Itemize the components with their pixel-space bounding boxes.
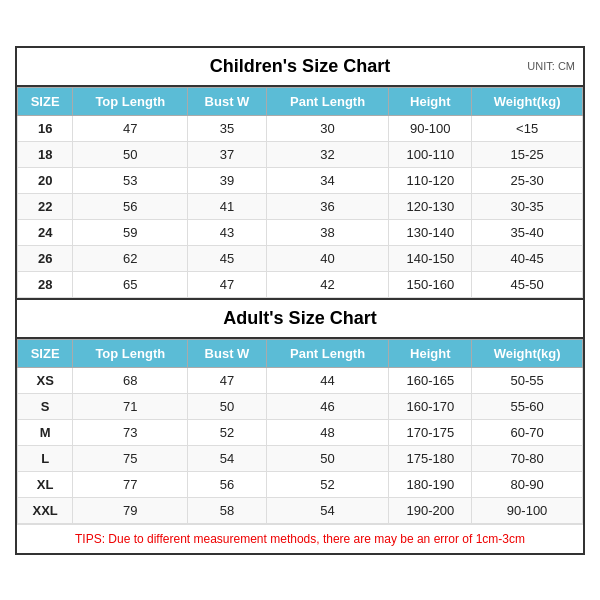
- table-cell: 140-150: [389, 245, 472, 271]
- table-cell: M: [18, 419, 73, 445]
- table-cell: 44: [266, 367, 389, 393]
- table-cell: 20: [18, 167, 73, 193]
- table-cell: 79: [73, 497, 188, 523]
- table-cell: 50: [266, 445, 389, 471]
- table-cell: 190-200: [389, 497, 472, 523]
- table-cell: 59: [73, 219, 188, 245]
- table-cell: 90-100: [389, 115, 472, 141]
- table-cell: 70-80: [472, 445, 583, 471]
- table-row: 28654742150-16045-50: [18, 271, 583, 297]
- table-cell: 52: [188, 419, 266, 445]
- table-cell: 65: [73, 271, 188, 297]
- table-cell: XL: [18, 471, 73, 497]
- table-cell: 120-130: [389, 193, 472, 219]
- table-cell: 71: [73, 393, 188, 419]
- table-cell: 48: [266, 419, 389, 445]
- children-header-row: SIZE Top Length Bust W Pant Length Heigh…: [18, 87, 583, 115]
- table-cell: 40: [266, 245, 389, 271]
- children-col-height: Height: [389, 87, 472, 115]
- table-cell: 62: [73, 245, 188, 271]
- table-row: 1647353090-100<15: [18, 115, 583, 141]
- table-cell: 35-40: [472, 219, 583, 245]
- table-cell: 73: [73, 419, 188, 445]
- table-cell: 47: [188, 367, 266, 393]
- table-cell: 58: [188, 497, 266, 523]
- adult-chart-title: Adult's Size Chart: [223, 308, 376, 328]
- children-section-title-row: Children's Size Chart UNIT: CM: [17, 48, 583, 87]
- table-cell: 24: [18, 219, 73, 245]
- table-cell: 46: [266, 393, 389, 419]
- table-cell: 26: [18, 245, 73, 271]
- adult-col-bust-w: Bust W: [188, 339, 266, 367]
- table-cell: 40-45: [472, 245, 583, 271]
- table-cell: 37: [188, 141, 266, 167]
- table-cell: 43: [188, 219, 266, 245]
- table-row: 22564136120-13030-35: [18, 193, 583, 219]
- table-cell: 34: [266, 167, 389, 193]
- table-row: S715046160-17055-60: [18, 393, 583, 419]
- table-cell: 35: [188, 115, 266, 141]
- table-cell: 22: [18, 193, 73, 219]
- table-cell: 60-70: [472, 419, 583, 445]
- table-cell: 18: [18, 141, 73, 167]
- table-cell: 55-60: [472, 393, 583, 419]
- unit-label: UNIT: CM: [527, 60, 575, 72]
- table-cell: 56: [188, 471, 266, 497]
- table-cell: 130-140: [389, 219, 472, 245]
- adult-col-top-length: Top Length: [73, 339, 188, 367]
- adult-col-pant-length: Pant Length: [266, 339, 389, 367]
- table-cell: XS: [18, 367, 73, 393]
- table-cell: 52: [266, 471, 389, 497]
- table-cell: 39: [188, 167, 266, 193]
- table-row: XXL795854190-20090-100: [18, 497, 583, 523]
- children-col-top-length: Top Length: [73, 87, 188, 115]
- adult-col-size: SIZE: [18, 339, 73, 367]
- adult-section-title-row: Adult's Size Chart: [17, 298, 583, 339]
- table-cell: 47: [73, 115, 188, 141]
- table-cell: L: [18, 445, 73, 471]
- table-cell: S: [18, 393, 73, 419]
- table-cell: 170-175: [389, 419, 472, 445]
- table-cell: 41: [188, 193, 266, 219]
- table-cell: 160-165: [389, 367, 472, 393]
- table-cell: 38: [266, 219, 389, 245]
- children-col-weight: Weight(kg): [472, 87, 583, 115]
- table-cell: 110-120: [389, 167, 472, 193]
- table-cell: 16: [18, 115, 73, 141]
- table-cell: 42: [266, 271, 389, 297]
- tips-row: TIPS: Due to different measurement metho…: [17, 524, 583, 553]
- children-col-size: SIZE: [18, 87, 73, 115]
- table-cell: 53: [73, 167, 188, 193]
- table-cell: 28: [18, 271, 73, 297]
- children-col-pant-length: Pant Length: [266, 87, 389, 115]
- table-row: XS684744160-16550-55: [18, 367, 583, 393]
- table-cell: 160-170: [389, 393, 472, 419]
- tips-text: TIPS: Due to different measurement metho…: [75, 532, 525, 546]
- table-row: XL775652180-19080-90: [18, 471, 583, 497]
- adult-header-row: SIZE Top Length Bust W Pant Length Heigh…: [18, 339, 583, 367]
- table-row: 26624540140-15040-45: [18, 245, 583, 271]
- table-cell: 77: [73, 471, 188, 497]
- table-cell: 50: [73, 141, 188, 167]
- table-row: 24594338130-14035-40: [18, 219, 583, 245]
- table-cell: 90-100: [472, 497, 583, 523]
- table-cell: 54: [266, 497, 389, 523]
- table-cell: 32: [266, 141, 389, 167]
- table-cell: 54: [188, 445, 266, 471]
- table-cell: 100-110: [389, 141, 472, 167]
- adult-col-weight: Weight(kg): [472, 339, 583, 367]
- table-cell: 47: [188, 271, 266, 297]
- children-chart-title: Children's Size Chart: [210, 56, 390, 76]
- table-cell: 56: [73, 193, 188, 219]
- table-row: 18503732100-11015-25: [18, 141, 583, 167]
- adult-table: SIZE Top Length Bust W Pant Length Heigh…: [17, 339, 583, 524]
- table-cell: 150-160: [389, 271, 472, 297]
- table-cell: 75: [73, 445, 188, 471]
- table-cell: 25-30: [472, 167, 583, 193]
- table-cell: 80-90: [472, 471, 583, 497]
- table-cell: 68: [73, 367, 188, 393]
- size-chart-container: Children's Size Chart UNIT: CM SIZE Top …: [15, 46, 585, 555]
- table-cell: 30: [266, 115, 389, 141]
- table-row: M735248170-17560-70: [18, 419, 583, 445]
- adult-col-height: Height: [389, 339, 472, 367]
